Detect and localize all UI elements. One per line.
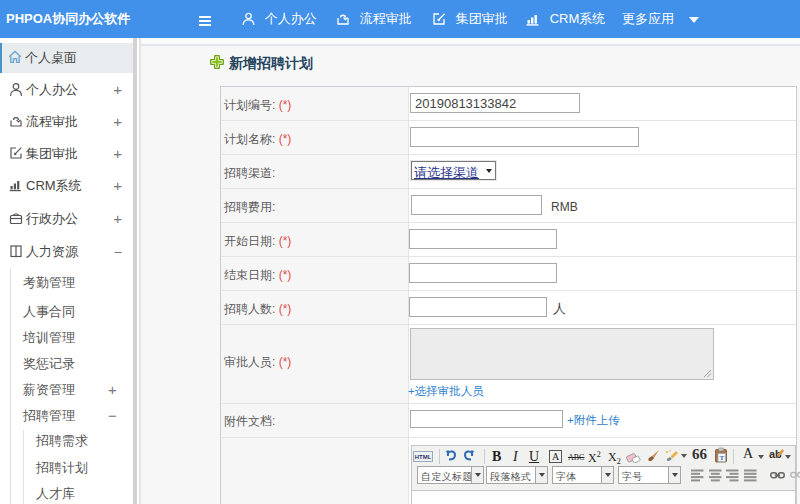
svg-text:T: T bbox=[719, 454, 724, 462]
